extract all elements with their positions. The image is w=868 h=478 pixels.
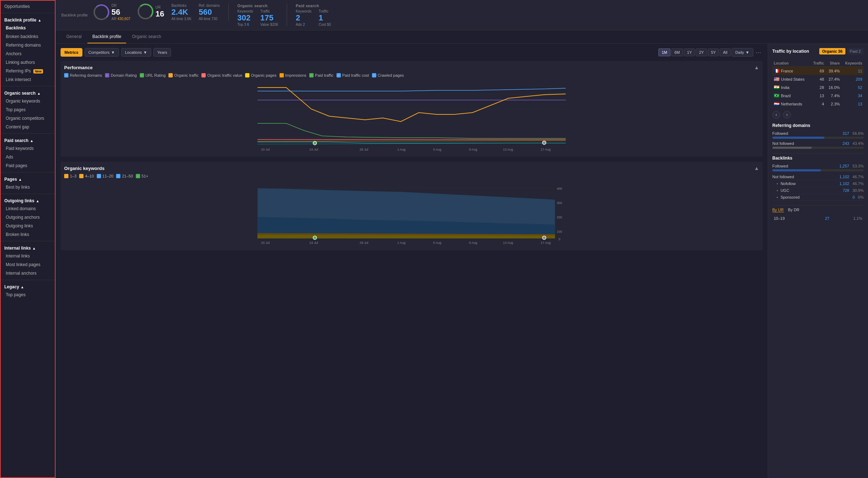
sidebar-item-best-by-links[interactable]: Best by links bbox=[1, 183, 55, 191]
sidebar-item-internal-links[interactable]: Internal links bbox=[1, 252, 55, 260]
sidebar-item-internal-anchors[interactable]: Internal anchors bbox=[1, 269, 55, 278]
legend-11-20[interactable]: ✓ 11–20 bbox=[97, 174, 114, 178]
time-buttons: 1M 6M 1Y 2Y 5Y All Daily ▼ ⋯ bbox=[658, 48, 763, 57]
sidebar-item-anchors[interactable]: Anchors bbox=[1, 49, 55, 58]
sidebar-item-top-pages[interactable]: Top pages bbox=[1, 105, 55, 114]
new-badge: New bbox=[33, 69, 43, 74]
svg-text:200: 200 bbox=[557, 216, 562, 219]
location-row-brazil[interactable]: 🇧🇷Brazil 13 7.4% 34 bbox=[772, 91, 864, 100]
legend-organic-pages[interactable]: ✓ Organic pages bbox=[245, 73, 277, 77]
legend-51plus[interactable]: ✓ 51+ bbox=[136, 174, 148, 178]
sidebar-section-backlink-profile[interactable]: Backlink profile ▲ bbox=[1, 15, 55, 24]
backlinks-value: 2.4K bbox=[171, 8, 191, 16]
sidebar-section-legacy[interactable]: Legacy ▲ bbox=[1, 282, 55, 290]
metrics-button[interactable]: Metrics bbox=[61, 48, 82, 57]
by-ur-tab[interactable]: By UR bbox=[772, 208, 784, 212]
sidebar-item-broken-backlinks[interactable]: Broken backlinks bbox=[1, 32, 55, 41]
time-all[interactable]: All bbox=[720, 48, 730, 56]
legend-domain-rating[interactable]: ✓ Domain Rating bbox=[105, 73, 137, 77]
competitors-button[interactable]: Competitors ▼ bbox=[85, 48, 119, 57]
time-5y[interactable]: 5Y bbox=[708, 48, 719, 56]
sidebar-item-outgoing-links[interactable]: Outgoing links bbox=[1, 222, 55, 230]
backlinks-nofollow-row: • Nofollow 1,102 46.7% bbox=[772, 180, 864, 187]
sidebar-item-organic-competitors[interactable]: Organic competitors bbox=[1, 114, 55, 123]
location-row-us[interactable]: 🇺🇸United States 48 27.4% 209 bbox=[772, 75, 864, 83]
svg-text:5 Aug: 5 Aug bbox=[433, 148, 442, 151]
col-location: Location bbox=[772, 60, 810, 67]
sidebar-item-backlinks[interactable]: Backlinks bbox=[1, 24, 55, 32]
legend-organic-traffic[interactable]: ✓ Organic traffic bbox=[168, 73, 199, 77]
sidebar-item-opportunities[interactable]: Opportunities bbox=[1, 2, 55, 11]
ur-circle bbox=[138, 4, 153, 19]
legend-referring-domains[interactable]: ✓ Referring domains bbox=[64, 73, 102, 77]
performance-section: Performance ▲ ✓ Referring domains ✓ Doma… bbox=[61, 61, 763, 157]
location-row-netherlands[interactable]: 🇳🇱Netherlands 4 2.3% 13 bbox=[772, 100, 864, 108]
organic-search-section: Organic search Keywords 302 Top 3 6 Traf… bbox=[237, 4, 287, 27]
nav-next[interactable]: › bbox=[783, 111, 791, 119]
legend-impressions[interactable]: ✓ Impressions bbox=[280, 73, 306, 77]
sidebar-item-organic-keywords[interactable]: Organic keywords bbox=[1, 97, 55, 105]
legend-check-domain-rating: ✓ bbox=[105, 73, 109, 77]
legend-paid-traffic[interactable]: ✓ Paid traffic bbox=[309, 73, 334, 77]
performance-collapse[interactable]: ▲ bbox=[754, 65, 759, 70]
tab-organic-search[interactable]: Organic search bbox=[127, 30, 166, 43]
backlinks-section: Backlinks Followed 1,257 53.3% bbox=[772, 156, 864, 201]
sidebar-section-paid-search[interactable]: Paid search ▲ bbox=[1, 136, 55, 144]
sidebar-item-outgoing-anchors[interactable]: Outgoing anchors bbox=[1, 213, 55, 222]
sidebar-item-paid-pages[interactable]: Paid pages bbox=[1, 161, 55, 170]
sidebar-item-referring-ips[interactable]: Referring IPs New bbox=[1, 67, 55, 75]
sidebar-item-paid-keywords[interactable]: Paid keywords bbox=[1, 144, 55, 153]
performance-header: Performance ▲ bbox=[64, 65, 759, 70]
sidebar-item-ads[interactable]: Ads bbox=[1, 153, 55, 161]
legend-check-url-rating: ✓ bbox=[140, 73, 144, 77]
paid-tab[interactable]: Paid 2 bbox=[847, 48, 864, 55]
locations-button[interactable]: Locations ▼ bbox=[121, 48, 151, 57]
location-row-france[interactable]: 🇫🇷France 69 39.4% 11 bbox=[772, 67, 864, 75]
years-button[interactable]: Years bbox=[153, 48, 171, 57]
location-tabs: Organic 36 Paid 2 bbox=[819, 48, 864, 55]
sidebar-section-internal-links[interactable]: Internal links ▲ bbox=[1, 243, 55, 252]
sidebar-item-linked-domains[interactable]: Linked domains bbox=[1, 204, 55, 213]
traffic-by-location: Traffic by location Organic 36 Paid 2 Lo… bbox=[772, 48, 864, 119]
more-options-button[interactable]: ⋯ bbox=[754, 49, 763, 56]
nav-prev[interactable]: ‹ bbox=[772, 111, 780, 119]
organic-tab[interactable]: Organic 36 bbox=[819, 48, 845, 55]
legend-paid-traffic-cost[interactable]: ✓ Paid traffic cost bbox=[337, 73, 369, 77]
sidebar-item-legacy-top-pages[interactable]: Top pages bbox=[1, 290, 55, 299]
time-6m[interactable]: 6M bbox=[671, 48, 683, 56]
tab-general[interactable]: General bbox=[61, 30, 87, 43]
location-row-india[interactable]: 🇮🇳India 28 16.0% 52 bbox=[772, 83, 864, 91]
sidebar-item-most-linked-pages[interactable]: Most linked pages bbox=[1, 260, 55, 269]
sidebar-section-outgoing-links[interactable]: Outgoing links ▲ bbox=[1, 196, 55, 204]
locations-chevron: ▼ bbox=[143, 50, 147, 55]
svg-text:0: 0 bbox=[559, 237, 561, 241]
sidebar-item-link-intersect[interactable]: Link intersect bbox=[1, 75, 55, 84]
time-2y[interactable]: 2Y bbox=[696, 48, 707, 56]
time-1y[interactable]: 1Y bbox=[684, 48, 695, 56]
sidebar-item-content-gap[interactable]: Content gap bbox=[1, 123, 55, 131]
by-dr-tab[interactable]: By DR bbox=[788, 208, 800, 212]
sidebar-item-linking-authors[interactable]: Linking authors bbox=[1, 58, 55, 67]
legend-1-3[interactable]: ✓ 1–3 bbox=[64, 174, 76, 178]
svg-text:1 Aug: 1 Aug bbox=[397, 148, 406, 151]
sidebar-item-referring-domains[interactable]: Referring domains bbox=[1, 41, 55, 49]
sidebar-section-organic-search[interactable]: Organic search ▲ bbox=[1, 89, 55, 97]
legend-organic-traffic-value[interactable]: ✓ Organic traffic value bbox=[201, 73, 242, 77]
not-followed-bar bbox=[772, 147, 864, 149]
backlink-profile-label: Backlink profile bbox=[61, 13, 88, 17]
legend-4-10[interactable]: ✓ 4–10 bbox=[79, 174, 94, 178]
sidebar-section-pages[interactable]: Pages ▲ bbox=[1, 175, 55, 183]
organic-keywords-collapse[interactable]: ▲ bbox=[754, 165, 759, 171]
sidebar-item-broken-links[interactable]: Broken links bbox=[1, 230, 55, 239]
col-keywords: Keywords bbox=[841, 60, 864, 67]
main-content: Backlink profile DR 56 AR 430,607 UR bbox=[56, 0, 868, 478]
dr-ar: AR 430,607 bbox=[111, 17, 130, 21]
daily-button[interactable]: Daily ▼ bbox=[731, 48, 753, 57]
tab-backlink-profile[interactable]: Backlink profile bbox=[87, 30, 127, 43]
legend-url-rating[interactable]: ✓ URL Rating bbox=[140, 73, 166, 77]
legend-21-50[interactable]: ✓ 21–50 bbox=[116, 174, 133, 178]
legend-crawled-pages[interactable]: ✓ Crawled pages bbox=[372, 73, 404, 77]
content-area: Metrics Competitors ▼ Locations ▼ Years … bbox=[56, 44, 868, 478]
time-1m[interactable]: 1M bbox=[658, 48, 670, 56]
legend-check-organic-traffic-value: ✓ bbox=[201, 73, 206, 77]
